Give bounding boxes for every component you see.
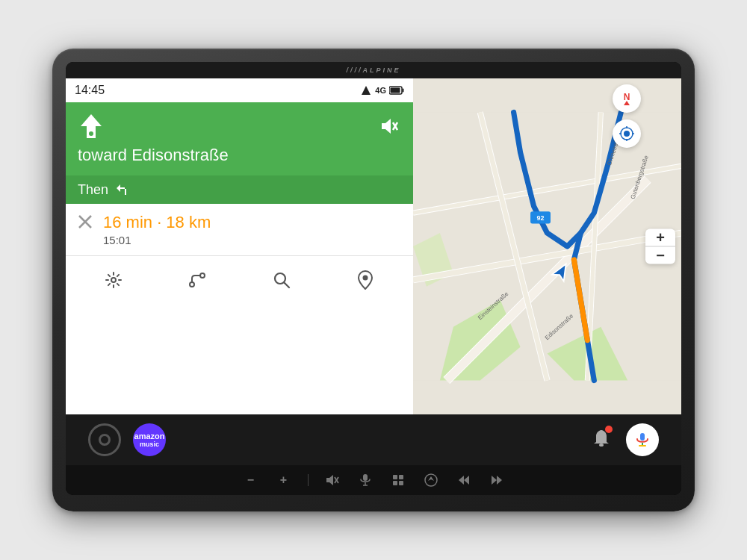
grid-icon [392,474,404,486]
android-bar: amazon music [66,414,681,465]
svg-rect-55 [393,481,397,485]
vol-down-button[interactable]: − [242,473,260,487]
zoom-controls: + − [645,229,675,264]
zoom-group: + − [645,229,675,264]
pin-icon [357,270,374,290]
clock: 14:45 [75,84,105,97]
nav-header: 14:45 4G [66,78,413,102]
route-button[interactable] [181,264,214,296]
cancel-icon [78,214,93,229]
svg-rect-56 [399,481,403,485]
svg-text:92: 92 [537,214,545,222]
cancel-button[interactable] [78,214,93,233]
mic-icon [360,473,371,487]
direction-arrow [78,113,105,140]
status-icons: 4G [360,85,404,96]
home-icon [99,434,111,446]
street-name: toward Edisonstraße [78,146,401,165]
eta-duration: 16 min · 18 km [103,213,401,232]
svg-point-11 [190,282,194,287]
then-row: Then [66,175,413,204]
android-right [592,423,659,456]
location-button[interactable] [349,264,382,296]
home-button[interactable] [88,423,121,456]
svg-point-12 [200,273,205,278]
top-bar: ////ALPINE [66,62,681,78]
turn-left-icon [116,181,135,198]
settings-button[interactable] [97,264,130,296]
map-background: 92 Ohmetraße Gut [413,78,681,414]
search-icon [273,271,291,289]
prev-icon [457,475,471,485]
settings-icon [105,271,123,289]
then-label: Then [78,182,108,198]
next-icon [490,475,503,485]
alpine-logo: ////ALPINE [346,66,400,74]
google-mic-icon [634,432,651,448]
locate-button[interactable] [613,119,641,148]
mute-button[interactable] [377,114,401,138]
svg-rect-53 [393,475,397,479]
next-track-button[interactable] [488,475,506,485]
mute-icon [380,118,398,134]
amazon-music-button[interactable]: amazon music [133,423,166,456]
svg-marker-0 [362,86,371,95]
notifications-button[interactable] [592,427,611,453]
svg-marker-58 [428,476,434,481]
mute-fav-button[interactable] [323,474,341,486]
grid-button[interactable] [389,474,407,486]
svg-point-5 [89,131,93,136]
eta-info: 16 min · 18 km 15:01 [103,213,401,246]
svg-point-57 [425,474,437,486]
svg-rect-50 [363,474,368,481]
map-svg: 92 Ohmetraße Gut [413,78,681,414]
action-bar [66,255,413,304]
north-label: N [624,92,630,105]
physical-bar: − + [66,465,681,495]
svg-point-44 [599,444,604,447]
screen: ////ALPINE 14:45 4G [66,62,681,495]
svg-rect-3 [391,88,400,93]
svg-marker-59 [459,476,464,485]
up-arrow-icon [79,113,103,140]
svg-rect-45 [640,433,645,441]
android-left: amazon music [88,423,166,456]
google-assistant-button[interactable] [626,423,659,456]
nav-card: toward Edisonstraße [66,102,413,175]
nav-circle-button[interactable] [422,473,440,487]
nav-circle-icon [424,473,438,487]
compass-n: N [624,92,630,102]
svg-marker-62 [497,476,502,485]
svg-point-38 [624,131,630,137]
svg-marker-60 [464,476,469,485]
mute-fav-icon [326,474,339,486]
route-icon [188,271,206,289]
svg-rect-2 [403,89,404,93]
4g-icon: 4G [375,86,386,95]
nav-area: 14:45 4G [66,78,681,414]
amazon-icon: amazon [134,432,165,441]
vol-up-button[interactable]: + [275,473,293,487]
svg-rect-54 [399,475,403,479]
battery-icon [389,86,404,95]
svg-line-14 [284,283,289,288]
nav-panel: 14:45 4G [66,78,413,414]
main-screen: 14:45 4G [66,78,681,465]
prev-track-button[interactable] [455,475,473,485]
device: ////ALPINE 14:45 4G [52,49,695,511]
zoom-out-button[interactable]: − [645,247,675,264]
signal-icon [360,85,372,96]
notification-dot [605,426,613,433]
svg-point-15 [362,276,368,281]
nav-card-top [78,113,401,140]
svg-marker-61 [492,476,497,485]
music-label: music [140,441,159,448]
voice-button[interactable] [356,473,374,487]
zoom-in-button[interactable]: + [645,229,675,246]
north-button[interactable]: N [613,84,641,113]
svg-point-10 [111,278,116,282]
search-button[interactable] [265,264,298,296]
arrival-time: 15:01 [103,234,401,246]
eta-row: 16 min · 18 km 15:01 [66,204,413,255]
map-area: 92 Ohmetraße Gut [413,78,681,414]
